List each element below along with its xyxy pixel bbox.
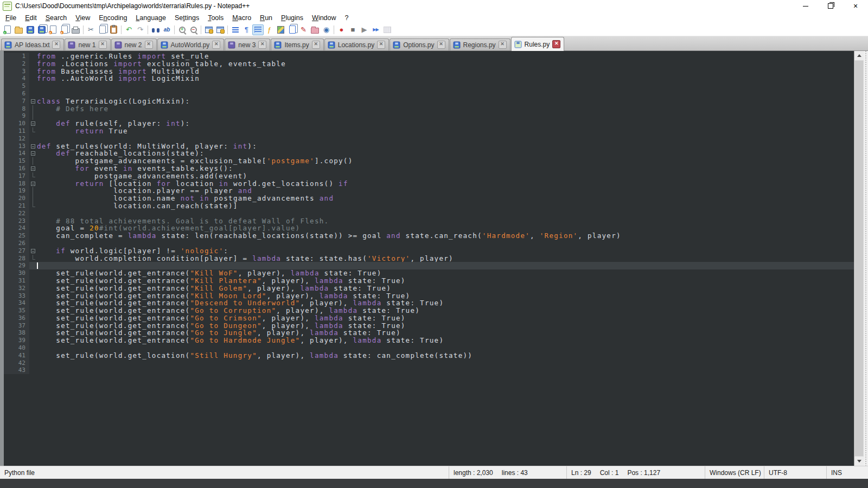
fold-box-icon[interactable] [29, 150, 37, 157]
scrollbar-thumb[interactable] [855, 61, 863, 456]
fold-box-icon[interactable] [29, 247, 37, 255]
fold-box-icon[interactable] [29, 165, 37, 172]
tab-label: AP Ideas.txt [15, 41, 49, 49]
tab-close-icon[interactable]: ✕ [377, 41, 385, 49]
menu-settings[interactable]: Settings [170, 13, 203, 23]
tab-new-2[interactable]: new 2✕ [111, 38, 157, 50]
new-file-icon[interactable]: + [2, 24, 13, 35]
line-number: 18 [4, 180, 29, 188]
scrollbar-track[interactable] [854, 60, 864, 457]
redo-icon[interactable]: ↷ [135, 24, 146, 35]
zoom-out-icon[interactable]: – [188, 24, 199, 35]
floppy-blue-icon [328, 41, 335, 48]
tab-close-icon[interactable]: ✕ [499, 41, 507, 49]
tab-close-icon[interactable]: ✕ [258, 41, 266, 49]
line-number: 41 [4, 352, 29, 359]
show-all-characters-icon[interactable]: ¶ [241, 24, 252, 35]
sync-scroll-vertical-icon[interactable] [203, 24, 214, 35]
save-all-icon[interactable] [36, 24, 47, 35]
sync-scroll-horizontal-icon[interactable] [214, 24, 226, 35]
save-file-icon[interactable] [24, 24, 36, 35]
replace-icon[interactable]: ab [161, 24, 173, 35]
menu-language[interactable]: Language [131, 13, 170, 23]
menu-encoding[interactable]: Encoding [94, 13, 131, 23]
play-macro-icon[interactable]: ▶ [359, 24, 370, 35]
minimize-button[interactable] [793, 0, 818, 12]
fold-box-icon[interactable] [29, 120, 37, 127]
zoom-in-icon[interactable]: + [176, 24, 188, 35]
scroll-down-button[interactable] [854, 457, 864, 466]
find-icon[interactable] [150, 24, 161, 35]
tab-items-py[interactable]: Items.py✕ [271, 38, 323, 50]
run-macro-multiple-icon[interactable]: ▶▶ [370, 24, 381, 35]
code-line: 29 [4, 262, 854, 269]
record-macro-icon[interactable]: ● [336, 24, 347, 35]
vertical-scrollbar[interactable] [854, 51, 864, 466]
code-text [37, 240, 854, 247]
scroll-up-button[interactable] [854, 51, 864, 60]
code-text: def rule(self, player: int): [37, 120, 854, 127]
close-button[interactable]: × [843, 0, 868, 12]
code-text: for event in events_table.keys(): [37, 165, 854, 172]
fold-box-icon[interactable] [29, 180, 37, 188]
tab-new-1[interactable]: new 1✕ [65, 38, 110, 50]
fold-box-icon[interactable] [29, 98, 37, 105]
code-line: 36 set_rule(world.get_entrance("Go to Cr… [4, 314, 854, 322]
menu-edit[interactable]: Edit [21, 13, 41, 23]
menu-tools[interactable]: Tools [203, 13, 228, 23]
tab-autoworld-py[interactable]: AutoWorld.py✕ [157, 38, 225, 50]
close-file-icon[interactable]: x [47, 24, 59, 35]
editor-area: 1from ..generic.Rules import set_rule2fr… [0, 51, 868, 466]
menu-file[interactable]: File [1, 13, 21, 23]
menu-macro[interactable]: Macro [228, 13, 256, 23]
tab-close-icon[interactable]: ✕ [99, 41, 107, 49]
menu-search[interactable]: Search [41, 13, 72, 23]
tab-close-icon[interactable]: ✕ [437, 41, 445, 49]
code-line: 3from BaseClasses import MultiWorld [4, 68, 854, 75]
cut-icon[interactable]: ✂ [85, 24, 97, 35]
tab-new-3[interactable]: new 3✕ [225, 38, 270, 50]
code-text: set_rule(world.get_entrance("Go to Jungl… [37, 329, 854, 337]
tab-close-icon[interactable]: ✕ [145, 41, 153, 49]
menu-view[interactable]: View [71, 13, 94, 23]
document-list-icon[interactable] [286, 24, 298, 35]
menu-plugins[interactable]: Plugins [277, 13, 308, 23]
tab-close-icon[interactable]: ✕ [312, 41, 320, 49]
tab-ap-ideas-txt[interactable]: AP Ideas.txt✕ [1, 38, 64, 50]
undo-icon[interactable]: ↶ [123, 24, 135, 35]
tab-regions-py[interactable]: Regions.py✕ [450, 38, 510, 50]
save-macro-icon[interactable] [381, 24, 393, 35]
close-all-icon[interactable]: x [59, 24, 70, 35]
menu-help[interactable]: ? [341, 13, 353, 23]
tab-close-icon[interactable]: ✕ [552, 40, 560, 48]
status-eol-format[interactable]: Windows (CR LF) [705, 466, 764, 479]
paste-icon[interactable] [108, 24, 119, 35]
function-list-icon[interactable]: ƒ [264, 24, 275, 35]
copy-icon[interactable] [97, 24, 108, 35]
edit-mode-icon[interactable]: ✎ [298, 24, 309, 35]
restore-button[interactable] [818, 0, 843, 12]
folder-as-workspace-icon[interactable] [309, 24, 321, 35]
stop-macro-icon[interactable]: ■ [347, 24, 359, 35]
fold-box-icon[interactable] [29, 143, 37, 150]
document-map-icon[interactable] [275, 24, 286, 35]
line-number: 13 [4, 143, 29, 150]
code-line: 27 if world.logic[player] != 'nologic': [4, 247, 854, 255]
monitoring-icon[interactable]: ◉ [321, 24, 332, 35]
open-file-icon[interactable] [13, 24, 24, 35]
fold-margin [29, 269, 37, 277]
status-encoding[interactable]: UTF-8 [764, 466, 827, 479]
word-wrap-icon[interactable] [229, 24, 241, 35]
tab-close-icon[interactable]: ✕ [52, 41, 60, 49]
status-insert-mode[interactable]: INS [827, 466, 868, 479]
tab-close-icon[interactable]: ✕ [212, 41, 220, 49]
menu-window[interactable]: Window [308, 13, 340, 23]
code-area[interactable]: 1from ..generic.Rules import set_rule2fr… [4, 51, 854, 466]
tab-rules-py[interactable]: Rules.py✕ [511, 37, 565, 51]
print-icon[interactable] [70, 24, 81, 35]
tab-locations-py[interactable]: Locations.py✕ [324, 38, 389, 50]
code-text [37, 82, 854, 90]
tab-options-py[interactable]: Options.py✕ [390, 38, 449, 50]
show-indent-guide-icon[interactable] [252, 24, 264, 35]
menu-run[interactable]: Run [256, 13, 277, 23]
